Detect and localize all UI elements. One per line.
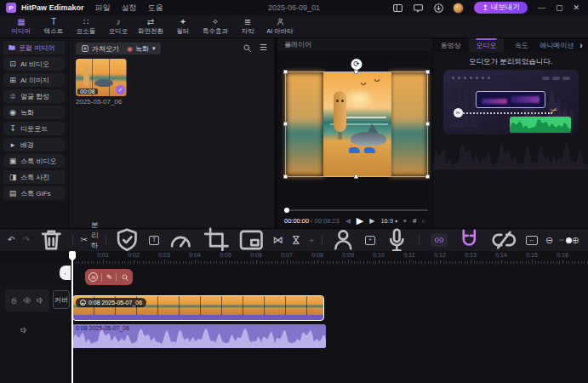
export-label: 내보내기 [491, 3, 520, 13]
ribbon-audio[interactable]: ♪오디오 [102, 17, 134, 36]
text-icon: T [51, 17, 56, 26]
lock-icon[interactable] [10, 297, 18, 305]
title-bar: P HitPaw Edimakor 파일 설정 도움 2025-06-09_01… [0, 0, 588, 15]
link-clips-button[interactable] [431, 233, 448, 247]
playhead[interactable] [71, 251, 73, 383]
ribbon-filter[interactable]: ✦필터 [167, 17, 199, 36]
mini-grid-panel [450, 83, 479, 128]
sort-list-icon[interactable]: ☰ [260, 43, 267, 52]
ribbon-transition[interactable]: ⇄화면전환 [134, 17, 167, 36]
sidebar-background[interactable]: ▸배경 [3, 138, 65, 151]
ai-pen-icon[interactable]: ✎ [106, 273, 113, 282]
media-thumbnail[interactable]: 00:08 ✓ [76, 59, 127, 96]
menu-help[interactable]: 도움 [148, 3, 163, 14]
minimize-button[interactable]: — [538, 3, 545, 12]
ribbon-subtitle[interactable]: ≣자막 [231, 17, 264, 36]
zoom-slider-knob[interactable] [566, 237, 572, 243]
ruler-label: 0:04 [189, 252, 201, 258]
preview-image [323, 72, 391, 176]
sidebar-local-media[interactable]: 로컬 미디어 [3, 41, 65, 54]
user-avatar[interactable] [453, 3, 464, 14]
sidebar-face-swap[interactable]: ☺얼굴 합성 [3, 89, 65, 103]
menu-settings[interactable]: 설정 [122, 3, 137, 14]
ruler-label: 0:11 [403, 252, 414, 258]
resize-handle-ne[interactable] [425, 70, 430, 74]
video-preview[interactable]: ⟳ [285, 71, 428, 177]
mute-speaker-icon[interactable] [20, 326, 28, 334]
text-tool-icon[interactable]: T [149, 236, 159, 245]
tab-audio[interactable]: 오디오 [469, 38, 505, 52]
ai-search-icon[interactable] [121, 273, 129, 282]
layout-icon[interactable] [392, 3, 403, 14]
rotate-handle-icon[interactable]: ⟳ [351, 59, 363, 70]
fullscreen-icon[interactable] [422, 217, 425, 226]
cartoon-character [334, 91, 346, 132]
timeline-zoom-slider[interactable] [559, 239, 564, 241]
ribbon-media[interactable]: ▦미디어 [5, 17, 37, 36]
ribbon-effects[interactable]: ✧특수효과 [199, 17, 231, 36]
feedback-icon[interactable] [413, 3, 424, 14]
mute-speaker-icon[interactable] [36, 296, 44, 305]
ai-tool-icon[interactable]: AI [88, 272, 98, 282]
faint-waveform [433, 139, 588, 169]
resize-handle-n[interactable] [354, 70, 358, 74]
ribbon-elements[interactable]: ∷요소들 [70, 17, 102, 36]
add-track-icon[interactable]: + [365, 236, 375, 245]
grid-icon[interactable]: # [413, 217, 416, 225]
playhead-handle[interactable] [69, 251, 76, 258]
tab-video[interactable]: 동영상 [433, 38, 469, 52]
menu-file[interactable]: 파일 [95, 3, 111, 14]
sidebar-download[interactable]: ↧다운로드 [3, 122, 65, 135]
video-track-header [5, 289, 49, 312]
audio-clip[interactable]: 0:08 2025-05-07_06 [72, 324, 326, 348]
import-button[interactable]: 가져오기 [76, 43, 124, 54]
resize-handle-w[interactable] [283, 122, 288, 126]
tab-speed[interactable]: 속도 [504, 38, 539, 52]
elements-icon: ∷ [83, 17, 88, 26]
position-icon[interactable]: + [309, 235, 314, 245]
blue-sneaker [349, 147, 360, 153]
zoom-out-button[interactable]: ⊖ [545, 235, 553, 245]
bird [361, 83, 366, 85]
next-frame-button[interactable]: ▶ [369, 217, 374, 225]
redo-button[interactable]: ↷ [22, 235, 29, 245]
resize-handle-se[interactable] [425, 174, 430, 179]
download-icon[interactable] [433, 3, 444, 14]
search-icon[interactable] [243, 43, 252, 53]
export-button[interactable]: ↥ 내보내기 [474, 2, 528, 14]
folder-icon [8, 43, 16, 52]
preview-blur-right [390, 72, 427, 176]
cover-button[interactable]: 커버 [53, 290, 70, 309]
sidebar-stock-video[interactable]: ▣스톡 비디오 [3, 154, 65, 168]
tab-animation[interactable]: 애니메이션 [539, 38, 575, 52]
audio-clip-label: 0:08 2025-05-07_06 [76, 325, 129, 331]
sidebar-ai-image[interactable]: ⊞AI 이미지 [3, 73, 65, 87]
maximize-button[interactable]: ▢ [556, 3, 563, 12]
resize-handle-s[interactable] [354, 174, 358, 179]
sidebar-record[interactable]: ◉녹화 [3, 106, 65, 119]
record-button[interactable]: ◉ 녹화 ▾ [122, 43, 161, 54]
zoom-in-button[interactable]: ⊕ [572, 235, 579, 245]
progress-knob[interactable] [284, 208, 289, 213]
ruler-label: 0:12 [434, 252, 446, 258]
close-button[interactable]: ✕ [573, 3, 579, 12]
play-button[interactable]: ▶ [357, 215, 363, 226]
ribbon-text[interactable]: T텍스트 [37, 17, 70, 36]
resize-handle-e[interactable] [425, 122, 430, 126]
ruler-label: 0:09 [342, 252, 354, 258]
resize-handle-sw[interactable] [283, 174, 288, 179]
undo-button[interactable]: ↶ [8, 235, 14, 245]
auto-ripple-icon[interactable]: ↔ [526, 236, 538, 245]
flip-horizontal-icon[interactable]: ⋈ [273, 235, 283, 245]
resize-handle-nw[interactable] [283, 70, 288, 74]
video-clip[interactable]: ▸0:08 2025-05-07_06 [72, 295, 324, 321]
visibility-eye-icon[interactable] [23, 296, 31, 305]
sidebar-ai-video[interactable]: ⊡AI 비디오 [3, 57, 65, 71]
media-icon: ▦ [17, 17, 25, 26]
tabs-chevron-right-icon[interactable]: › [574, 38, 588, 52]
playhead-flag[interactable]: ‹ [60, 266, 71, 280]
flip-vertical-icon[interactable]: ⋈ [291, 235, 301, 245]
timeline-ruler[interactable]: 0:010:020:030:040:050:060:070:080:090:10… [0, 251, 588, 264]
mini-cut-icon: ✂ [454, 108, 463, 117]
ribbon-ai-avatar[interactable]: AI 아바타 [264, 17, 296, 36]
